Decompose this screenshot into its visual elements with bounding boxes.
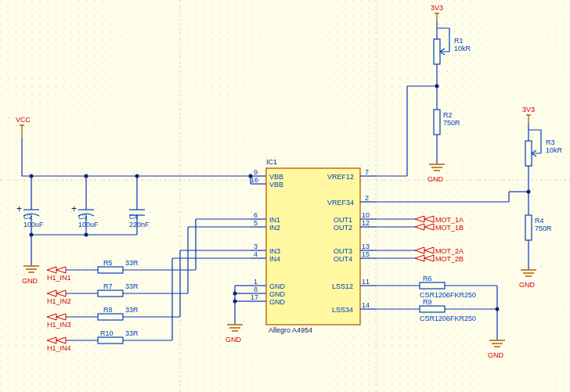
svg-text:IN4: IN4 <box>269 255 280 263</box>
svg-text:OUT1: OUT1 <box>334 216 352 224</box>
svg-text:MOT_1A: MOT_1A <box>435 216 464 224</box>
svg-text:MOT_2A: MOT_2A <box>435 247 464 255</box>
svg-point-177 <box>527 190 531 194</box>
svg-text:CSR1206FKR250: CSR1206FKR250 <box>420 315 476 322</box>
ic1-part: Allegro A4954 <box>269 326 312 334</box>
svg-text:MOT_1B: MOT_1B <box>435 224 464 232</box>
svg-text:750R: 750R <box>443 119 460 127</box>
svg-text:GND: GND <box>428 175 444 183</box>
svg-text:+: + <box>71 203 77 214</box>
svg-text:R7: R7 <box>103 282 113 290</box>
svg-text:GND: GND <box>488 351 504 359</box>
svg-text:3V3: 3V3 <box>431 4 443 12</box>
svg-point-85 <box>85 233 88 237</box>
svg-text:12: 12 <box>362 219 370 227</box>
svg-text:8: 8 <box>254 286 258 293</box>
svg-text:9: 9 <box>254 168 258 176</box>
svg-text:LSS12: LSS12 <box>332 282 353 290</box>
svg-text:750R: 750R <box>535 225 552 232</box>
svg-text:33R: 33R <box>125 329 139 337</box>
svg-text:7: 7 <box>365 168 369 176</box>
svg-text:VREF34: VREF34 <box>327 199 354 207</box>
svg-text:C4: C4 <box>129 213 139 221</box>
vcc-label: VCC <box>16 116 31 124</box>
svg-text:GND: GND <box>269 282 286 290</box>
svg-point-61 <box>249 174 253 178</box>
ic1: IC1 Allegro A4954 9VBB 16VBB 6IN1 5IN2 3… <box>251 158 376 334</box>
svg-text:GND: GND <box>22 277 38 285</box>
svg-text:GND: GND <box>269 298 286 306</box>
svg-point-162 <box>435 85 439 88</box>
schematic: IC1 Allegro A4954 9VBB 16VBB 6IN1 5IN2 3… <box>0 0 570 392</box>
svg-text:GND: GND <box>269 290 286 298</box>
svg-text:3V3: 3V3 <box>522 106 535 113</box>
svg-text:VREF12: VREF12 <box>327 173 354 181</box>
svg-text:100uF: 100uF <box>78 221 99 228</box>
svg-text:IN2: IN2 <box>269 224 280 232</box>
svg-text:6: 6 <box>254 211 258 219</box>
svg-text:H1_IN4: H1_IN4 <box>47 344 71 352</box>
svg-text:14: 14 <box>362 301 370 309</box>
svg-text:OUT3: OUT3 <box>334 247 352 255</box>
svg-text:GND: GND <box>519 281 536 289</box>
svg-text:R8: R8 <box>103 306 113 314</box>
svg-text:GND: GND <box>225 336 242 343</box>
svg-text:MOT_2B: MOT_2B <box>435 255 464 263</box>
svg-text:R3: R3 <box>546 138 555 146</box>
svg-point-125 <box>233 300 237 304</box>
svg-text:33R: 33R <box>125 306 139 314</box>
svg-text:C3: C3 <box>78 213 88 221</box>
svg-text:IN1: IN1 <box>269 216 280 224</box>
svg-text:11: 11 <box>362 278 370 286</box>
svg-text:4: 4 <box>254 250 258 258</box>
svg-text:R1: R1 <box>454 37 464 45</box>
svg-text:C2: C2 <box>23 213 33 221</box>
svg-text:33R: 33R <box>125 282 139 290</box>
svg-text:R4: R4 <box>535 217 544 225</box>
svg-text:33R: 33R <box>125 259 139 267</box>
svg-text:15: 15 <box>362 250 370 258</box>
svg-text:H1_IN1: H1_IN1 <box>47 274 71 282</box>
svg-text:H1_IN3: H1_IN3 <box>47 321 71 329</box>
svg-text:R6: R6 <box>423 275 432 282</box>
svg-text:R9: R9 <box>423 298 432 306</box>
svg-text:VBB: VBB <box>269 173 283 181</box>
svg-point-80 <box>135 174 139 178</box>
svg-text:10kR: 10kR <box>546 146 563 154</box>
svg-text:10kR: 10kR <box>454 45 471 52</box>
svg-text:1: 1 <box>254 278 258 286</box>
svg-text:17: 17 <box>251 293 258 301</box>
svg-text:2: 2 <box>365 194 369 202</box>
svg-text:R5: R5 <box>103 259 113 267</box>
svg-text:100uF: 100uF <box>23 221 44 228</box>
svg-text:LSS34: LSS34 <box>332 306 353 314</box>
svg-text:13: 13 <box>362 243 370 250</box>
svg-point-71 <box>85 174 88 178</box>
svg-text:IN3: IN3 <box>269 247 280 255</box>
svg-text:R10: R10 <box>100 329 114 337</box>
svg-text:10: 10 <box>362 211 370 219</box>
ic1-ref: IC1 <box>266 158 277 166</box>
svg-point-124 <box>233 292 237 296</box>
svg-point-63 <box>30 174 34 178</box>
svg-text:5: 5 <box>254 219 258 227</box>
svg-point-146 <box>496 307 500 311</box>
svg-text:OUT4: OUT4 <box>334 255 352 263</box>
svg-text:OUT2: OUT2 <box>334 224 352 232</box>
svg-point-76 <box>30 233 34 237</box>
svg-text:+: + <box>16 203 22 214</box>
svg-text:3: 3 <box>254 243 258 250</box>
svg-text:H1_IN2: H1_IN2 <box>47 297 71 305</box>
svg-text:VBB: VBB <box>269 181 283 189</box>
svg-text:220nF: 220nF <box>129 221 150 228</box>
svg-text:R2: R2 <box>443 111 453 119</box>
